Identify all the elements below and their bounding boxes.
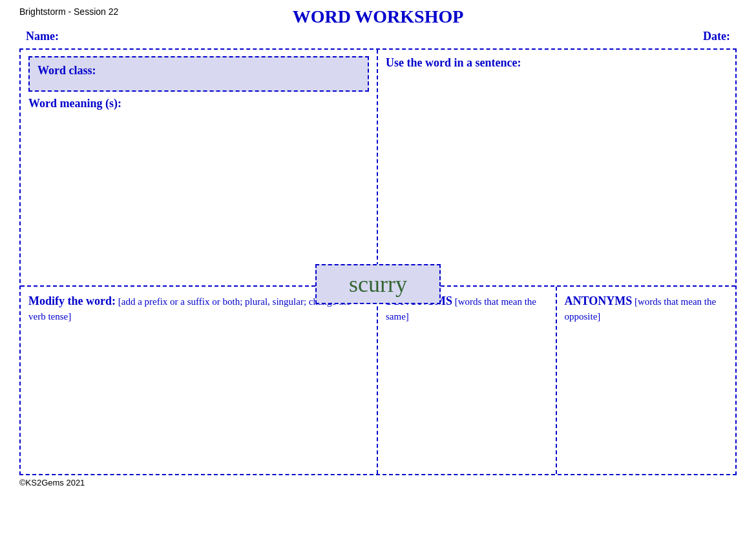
word-meaning-area	[28, 113, 369, 281]
session-label: Brightstorm - Session 22	[19, 6, 123, 17]
use-sentence-label: Use the word in a sentence:	[386, 56, 728, 70]
synonyms-panel: SYNONYMS [words that mean the same]	[378, 287, 557, 474]
date-label: Date:	[703, 30, 730, 43]
bottom-section: Modify the word: [add a prefix or a suff…	[21, 287, 735, 474]
page: Brightstorm - Session 22 WORD WORKSHOP N…	[0, 0, 756, 534]
center-word-box: scurry	[315, 264, 441, 304]
word-class-box: Word class:	[28, 56, 369, 92]
header-row: Brightstorm - Session 22 WORD WORKSHOP	[19, 6, 737, 27]
main-grid: Word class: Word meaning (s): Use the wo…	[19, 48, 737, 475]
copyright-text: ©KS2Gems 2021	[19, 478, 85, 488]
name-date-row: Name: Date:	[19, 30, 737, 43]
left-panel: Word class: Word meaning (s):	[21, 50, 378, 285]
antonyms-panel: ANTONYMS [words that mean the opposite]	[557, 287, 736, 474]
modify-bold: Modify the word:	[28, 294, 116, 307]
antonyms-header: ANTONYMS [words that mean the opposite]	[565, 293, 728, 324]
modify-panel: Modify the word: [add a prefix or a suff…	[21, 287, 378, 474]
antonyms-bold: ANTONYMS	[565, 294, 633, 307]
right-panel: Use the word in a sentence:	[378, 50, 735, 285]
page-title: WORD WORKSHOP	[123, 6, 633, 27]
center-word: scurry	[349, 271, 407, 297]
footer: ©KS2Gems 2021	[19, 478, 737, 488]
name-label: Name:	[26, 30, 59, 43]
top-section: Word class: Word meaning (s): Use the wo…	[21, 50, 735, 287]
word-meaning-label: Word meaning (s):	[28, 97, 369, 110]
use-sentence-area	[386, 72, 728, 279]
title-text: WORD WORKSHOP	[293, 6, 464, 26]
word-class-label: Word class:	[37, 64, 96, 77]
